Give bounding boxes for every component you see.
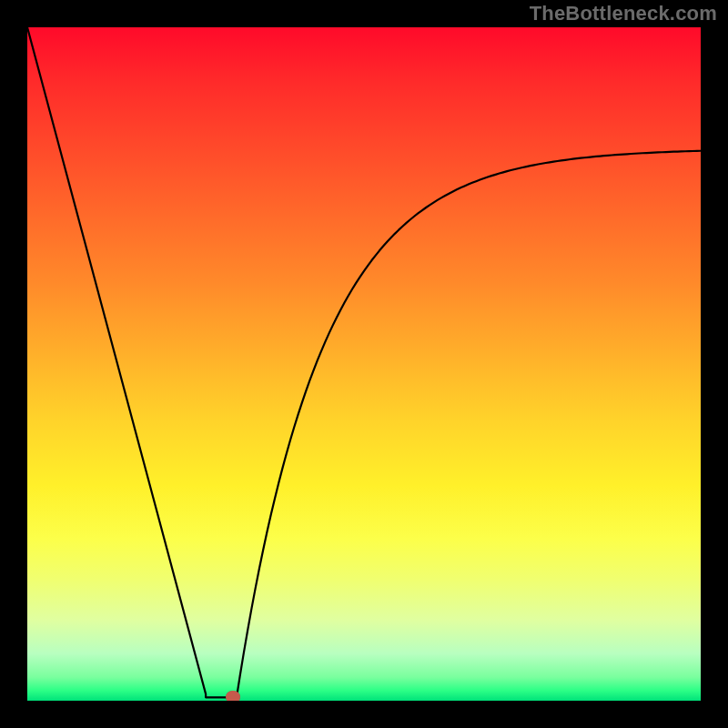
bottleneck-curve-path (27, 27, 701, 701)
plot-area (27, 27, 701, 701)
watermark-text: TheBottleneck.com (530, 2, 717, 25)
curve-layer (27, 27, 701, 701)
minimum-marker (226, 691, 240, 701)
chart-frame: TheBottleneck.com (0, 0, 728, 728)
